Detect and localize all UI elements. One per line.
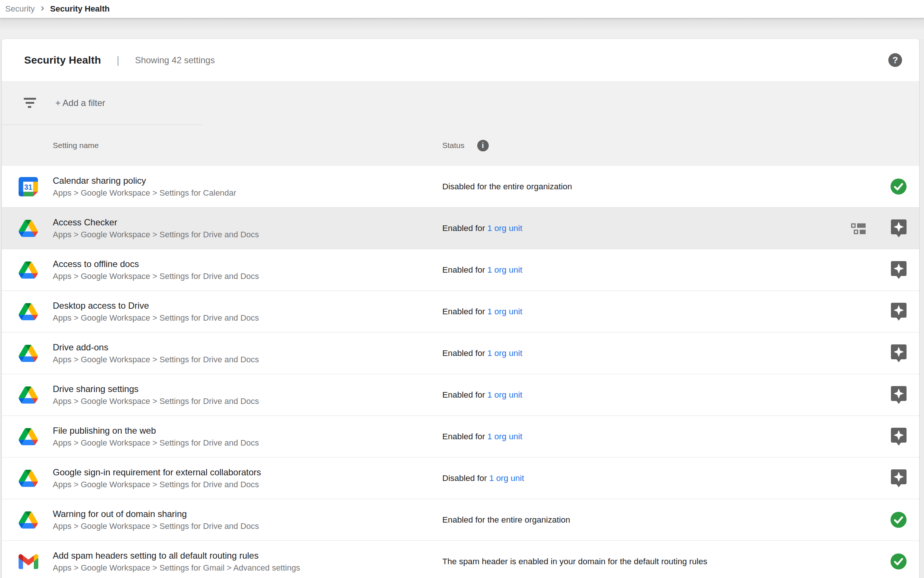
status-text: Enabled for xyxy=(442,224,487,233)
settings-table: 31 Calendar sharing policy Apps > Google… xyxy=(2,166,919,578)
app-icon-slot xyxy=(2,220,53,237)
breadcrumb: Security › Security Health xyxy=(0,0,924,18)
column-header-status: Status i xyxy=(442,140,919,151)
table-row[interactable]: Drive sharing settings Apps > Google Wor… xyxy=(2,374,919,416)
setting-path: Apps > Google Workspace > Settings for C… xyxy=(53,189,442,197)
org-unit-link[interactable]: 1 org unit xyxy=(487,265,522,274)
table-row[interactable]: Add spam headers setting to all default … xyxy=(2,541,919,578)
setting-title: File publishing on the web xyxy=(53,426,442,435)
status-text: Enabled for xyxy=(442,307,487,316)
google-drive-icon xyxy=(19,303,38,320)
table-header: Setting name Status i xyxy=(2,125,919,166)
setting-path: Apps > Google Workspace > Settings for G… xyxy=(53,564,442,572)
setting-title: Warning for out of domain sharing xyxy=(53,510,442,518)
status-ok-icon xyxy=(890,178,907,195)
status-text: The spam header is enabled in your domai… xyxy=(442,557,707,566)
recommendation-flag-icon[interactable] xyxy=(890,302,907,321)
status-cell: Enabled for 1 org unit xyxy=(442,224,851,233)
chevron-right-icon: › xyxy=(40,4,44,14)
row-actions xyxy=(890,385,919,405)
google-calendar-icon: 31 xyxy=(19,177,38,196)
table-row[interactable]: Google sign-in requirement for external … xyxy=(2,458,919,499)
applied-org-units-icon xyxy=(851,222,866,234)
table-row[interactable]: Desktop access to Drive Apps > Google Wo… xyxy=(2,291,919,333)
app-icon-slot xyxy=(2,511,53,529)
row-actions xyxy=(890,553,919,570)
app-icon-slot xyxy=(2,261,53,279)
info-icon[interactable]: i xyxy=(477,140,489,151)
org-unit-link[interactable]: 1 org unit xyxy=(487,224,522,233)
google-drive-icon xyxy=(19,261,38,279)
recommendation-flag-icon[interactable] xyxy=(890,427,907,446)
app-icon-slot xyxy=(2,554,53,569)
status-ok-icon xyxy=(890,553,907,570)
status-cell: Disabled for 1 org unit xyxy=(442,474,890,483)
row-actions xyxy=(890,469,919,488)
setting-title: Desktop access to Drive xyxy=(53,301,442,310)
page-title: Security Health xyxy=(24,54,101,66)
setting-path: Apps > Google Workspace > Settings for D… xyxy=(53,272,442,281)
google-drive-icon xyxy=(19,511,38,529)
settings-count-label: Showing 42 settings xyxy=(135,55,215,65)
app-icon-slot xyxy=(2,428,53,445)
setting-path: Apps > Google Workspace > Settings for D… xyxy=(53,439,442,447)
row-actions xyxy=(890,344,919,363)
setting-title: Calendar sharing policy xyxy=(53,176,442,185)
org-unit-link[interactable]: 1 org unit xyxy=(487,349,522,358)
gmail-icon xyxy=(19,554,38,569)
status-text: Enabled for xyxy=(442,432,487,441)
recommendation-flag-icon[interactable] xyxy=(890,469,907,488)
status-text: Enabled for the entire organization xyxy=(442,515,570,524)
setting-title: Google sign-in requirement for external … xyxy=(53,468,442,477)
table-row[interactable]: Drive add-ons Apps > Google Workspace > … xyxy=(2,333,919,374)
setting-path: Apps > Google Workspace > Settings for D… xyxy=(53,397,442,406)
recommendation-flag-icon[interactable] xyxy=(890,344,907,363)
status-text: Enabled for xyxy=(442,265,487,274)
org-unit-link[interactable]: 1 org unit xyxy=(489,474,524,483)
setting-title: Access to offline docs xyxy=(53,260,442,268)
recommendation-flag-icon[interactable] xyxy=(890,260,907,280)
google-drive-icon xyxy=(19,428,38,445)
org-unit-link[interactable]: 1 org unit xyxy=(487,432,522,441)
row-actions xyxy=(890,178,919,195)
card-header: Security Health | Showing 42 settings ? xyxy=(2,39,919,81)
security-health-card: Security Health | Showing 42 settings ? … xyxy=(2,39,919,578)
table-row[interactable]: 31 Calendar sharing policy Apps > Google… xyxy=(2,166,919,208)
status-ok-icon xyxy=(890,511,907,529)
breadcrumb-current: Security Health xyxy=(50,4,110,14)
status-text: Enabled for xyxy=(442,349,487,358)
row-actions xyxy=(890,511,919,529)
page-background-band xyxy=(0,18,924,39)
status-cell: Enabled for 1 org unit xyxy=(442,390,890,400)
org-unit-link[interactable]: 1 org unit xyxy=(487,390,522,399)
setting-title: Add spam headers setting to all default … xyxy=(53,551,442,560)
table-row[interactable]: Access to offline docs Apps > Google Wor… xyxy=(2,249,919,291)
setting-title: Drive sharing settings xyxy=(53,385,442,393)
google-drive-icon xyxy=(19,470,38,487)
help-icon[interactable]: ? xyxy=(888,53,902,67)
recommendation-flag-icon[interactable] xyxy=(890,385,907,405)
table-row[interactable]: Access Checker Apps > Google Workspace >… xyxy=(2,208,919,249)
status-cell: Disabled for the entire organization xyxy=(442,182,890,192)
filter-bar: + Add a filter xyxy=(2,81,919,125)
title-separator: | xyxy=(117,54,119,66)
status-text: Disabled for xyxy=(442,474,489,483)
status-cell: The spam header is enabled in your domai… xyxy=(442,557,890,567)
table-row[interactable]: File publishing on the web Apps > Google… xyxy=(2,416,919,458)
google-drive-icon xyxy=(19,220,38,237)
setting-title: Access Checker xyxy=(53,218,442,227)
status-column-label: Status xyxy=(442,141,464,150)
org-unit-link[interactable]: 1 org unit xyxy=(487,307,522,316)
app-icon-slot: 31 xyxy=(2,177,53,196)
add-filter-button[interactable]: + Add a filter xyxy=(55,98,105,108)
app-icon-slot xyxy=(2,345,53,362)
table-row[interactable]: Warning for out of domain sharing Apps >… xyxy=(2,499,919,541)
svg-text:31: 31 xyxy=(24,183,32,191)
breadcrumb-parent-link[interactable]: Security xyxy=(5,4,34,14)
setting-path: Apps > Google Workspace > Settings for D… xyxy=(53,231,442,239)
setting-path: Apps > Google Workspace > Settings for D… xyxy=(53,481,442,489)
google-drive-icon xyxy=(19,345,38,362)
row-actions xyxy=(890,260,919,280)
status-cell: Enabled for 1 org unit xyxy=(442,432,890,442)
recommendation-flag-icon[interactable] xyxy=(890,219,907,238)
